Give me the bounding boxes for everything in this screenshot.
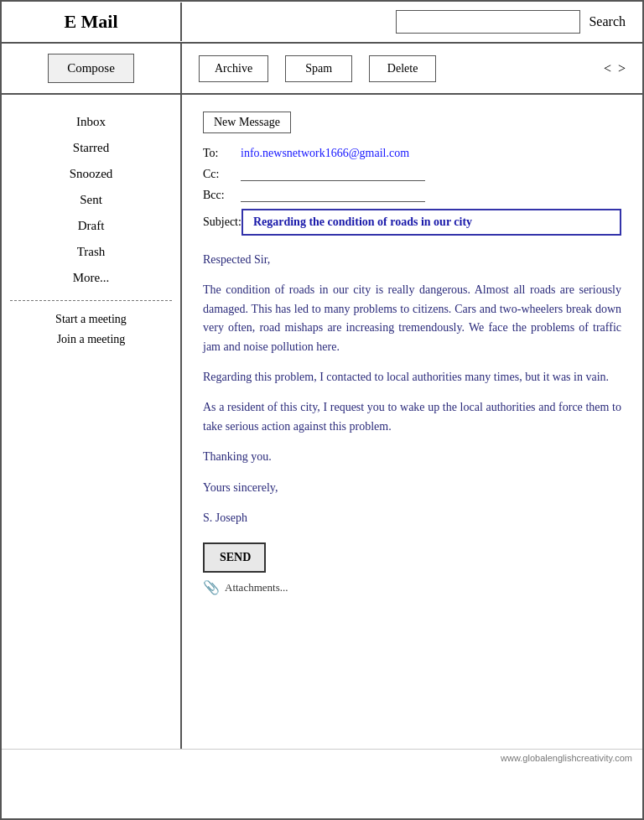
- send-button[interactable]: SEND: [203, 542, 266, 573]
- compose-cell: Compose: [2, 44, 182, 93]
- email-paragraph1: The condition of roads in our city is re…: [203, 281, 621, 356]
- delete-button[interactable]: Delete: [369, 55, 436, 82]
- app-title: E Mail: [2, 3, 182, 41]
- cc-input[interactable]: [241, 167, 425, 181]
- sidebar-meeting: Start a meeting Join a meeting: [2, 313, 180, 346]
- email-paragraph2: Regarding this problem, I contacted to l…: [203, 368, 621, 387]
- sidebar-item-snoozed[interactable]: Snoozed: [2, 163, 180, 184]
- sidebar-item-more[interactable]: More...: [2, 267, 180, 288]
- bcc-label: Bcc:: [203, 189, 236, 202]
- email-body: Respected Sir, The condition of roads in…: [203, 251, 621, 527]
- email-signature: S. Joseph: [203, 509, 621, 527]
- sidebar-item-sent[interactable]: Sent: [2, 189, 180, 210]
- sidebar-item-trash[interactable]: Trash: [2, 241, 180, 262]
- compose-button[interactable]: Compose: [48, 54, 134, 83]
- next-arrow[interactable]: >: [618, 61, 626, 76]
- join-meeting-item[interactable]: Join a meeting: [57, 333, 126, 346]
- email-closing2: Yours sincerely,: [203, 479, 621, 497]
- to-value: info.newsnetwork1666@gmail.com: [241, 147, 409, 160]
- subject-label: Subject:: [203, 215, 242, 229]
- attachments-label[interactable]: Attachments...: [225, 581, 288, 594]
- sidebar: Inbox Starred Snoozed Sent Draft Trash M…: [2, 95, 182, 749]
- sidebar-nav: Inbox Starred Snoozed Sent Draft Trash M…: [2, 112, 180, 288]
- email-salutation: Respected Sir,: [203, 251, 621, 269]
- footer: www.globalenglishcreativity.com: [2, 749, 642, 766]
- prev-arrow[interactable]: <: [604, 61, 611, 76]
- search-cell: Search: [182, 2, 642, 42]
- archive-button[interactable]: Archive: [199, 55, 268, 82]
- email-title-text: E Mail: [64, 11, 117, 32]
- header-row: E Mail Search: [2, 2, 642, 44]
- bcc-field-row: Bcc:: [203, 188, 621, 202]
- search-input[interactable]: [396, 10, 580, 34]
- sidebar-item-inbox[interactable]: Inbox: [2, 112, 180, 132]
- new-message-tag: New Message: [203, 112, 291, 133]
- attachments-row: 📎 Attachments...: [203, 579, 621, 595]
- email-closing1: Thanking you.: [203, 448, 621, 466]
- bcc-input[interactable]: [241, 188, 425, 202]
- footer-url: www.globalenglishcreativity.com: [501, 753, 632, 763]
- email-paragraph3: As a resident of this city, I request yo…: [203, 398, 621, 436]
- nav-arrows: < >: [604, 61, 626, 76]
- to-label: To:: [203, 147, 236, 160]
- paperclip-icon: 📎: [203, 579, 220, 595]
- subject-field-row: Subject: Regarding the condition of road…: [203, 209, 621, 236]
- toolbar-row: Compose Archive Spam Delete < >: [2, 44, 642, 95]
- main-row: Inbox Starred Snoozed Sent Draft Trash M…: [2, 95, 642, 749]
- cc-field-row: Cc:: [203, 167, 621, 181]
- sidebar-item-draft[interactable]: Draft: [2, 215, 180, 236]
- toolbar-buttons: Archive Spam Delete < >: [182, 45, 642, 92]
- sidebar-item-starred[interactable]: Starred: [2, 138, 180, 158]
- search-label: Search: [589, 14, 626, 29]
- spam-button[interactable]: Spam: [285, 55, 352, 82]
- start-meeting-item[interactable]: Start a meeting: [55, 313, 127, 326]
- compose-area: New Message To: info.newsnetwork1666@gma…: [182, 95, 642, 749]
- cc-label: Cc:: [203, 168, 236, 181]
- sidebar-divider: [10, 300, 172, 301]
- subject-value[interactable]: Regarding the condition of roads in our …: [242, 209, 621, 236]
- to-field-row: To: info.newsnetwork1666@gmail.com: [203, 147, 621, 160]
- send-section: SEND 📎 Attachments...: [203, 542, 621, 595]
